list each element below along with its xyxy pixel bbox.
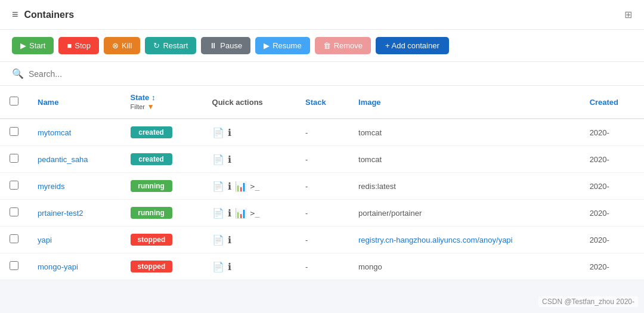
logs-icon-pedantic_saha[interactable]: 📄	[212, 154, 224, 165]
stack-pedantic_saha: -	[296, 146, 349, 173]
stop-label: Stop	[75, 41, 91, 50]
created-myreids: 2020-	[580, 173, 644, 200]
filter-icon[interactable]: ▼	[147, 103, 154, 111]
containers-table: Name State ↕ Filter ▼ Quick actions Stac…	[0, 86, 644, 280]
image-pedantic_saha: tomcat	[349, 146, 580, 173]
created-prtainer-test2: 2020-	[580, 200, 644, 227]
add-container-button[interactable]: + Add container	[376, 37, 449, 54]
state-badge-myreids: running	[131, 180, 172, 192]
stack-col-header[interactable]: Stack	[296, 86, 349, 119]
row-checkbox-prtainer-test2[interactable]	[10, 207, 18, 216]
row-checkbox-pedantic_saha[interactable]	[10, 154, 18, 163]
pause-button[interactable]: ⏸ Pause	[201, 37, 250, 54]
container-name-myreids[interactable]: myreids	[38, 182, 65, 191]
restart-icon: ↻	[153, 41, 160, 50]
row-checkbox-mongo-yapi[interactable]	[10, 261, 18, 270]
created-mongo-yapi: 2020-	[580, 253, 644, 280]
table-row: mongo-yapistopped📄ℹ-mongo2020-	[0, 253, 644, 280]
page-title: Containers	[24, 10, 75, 20]
logs-icon-yapi[interactable]: 📄	[212, 234, 224, 246]
name-col-header[interactable]: Name	[28, 86, 121, 119]
quick-actions-pedantic_saha: 📄ℹ	[212, 154, 286, 165]
container-name-yapi[interactable]: yapi	[38, 235, 52, 244]
created-col-header[interactable]: Created	[580, 86, 644, 119]
container-name-prtainer-test2[interactable]: prtainer-test2	[38, 209, 83, 218]
row-checkbox-mytomcat[interactable]	[10, 127, 18, 136]
created-mytomcat: 2020-	[580, 119, 644, 146]
logs-icon-mytomcat[interactable]: 📄	[212, 127, 224, 138]
action-toolbar: ▶ Start ■ Stop ⊗ Kill ↻ Restart ⏸ Pause …	[0, 30, 644, 62]
state-col-header[interactable]: State ↕ Filter ▼	[121, 86, 203, 119]
state-badge-yapi: stopped	[131, 234, 173, 246]
image-yapi[interactable]: registry.cn-hangzhou.aliyuncs.com/anoy/y…	[349, 227, 580, 253]
info-icon-yapi[interactable]: ℹ	[228, 234, 231, 246]
start-icon: ▶	[20, 41, 26, 50]
stats-icon-myreids[interactable]: 📊	[235, 181, 247, 192]
containers-icon: ≡	[12, 8, 18, 21]
image-prtainer-test2: portainer/portainer	[349, 200, 580, 227]
info-icon-myreids[interactable]: ℹ	[228, 181, 231, 192]
table-row: myreidsrunning📄ℹ📊>_-redis:latest2020-	[0, 173, 644, 200]
logs-icon-myreids[interactable]: 📄	[212, 181, 224, 192]
table-row: prtainer-test2running📄ℹ📊>_-portainer/por…	[0, 200, 644, 227]
stop-button[interactable]: ■ Stop	[58, 37, 99, 54]
quick-actions-prtainer-test2: 📄ℹ📊>_	[212, 207, 286, 219]
pause-icon: ⏸	[209, 41, 217, 50]
kill-label: Kill	[122, 41, 132, 50]
remove-label: Remove	[334, 41, 363, 50]
resume-icon: ▶	[264, 41, 270, 50]
table-row: yapistopped📄ℹ-registry.cn-hangzhou.aliyu…	[0, 227, 644, 253]
image-myreids: redis:latest	[349, 173, 580, 200]
stack-mongo-yapi: -	[296, 253, 349, 280]
remove-button[interactable]: 🗑 Remove	[315, 37, 371, 54]
info-icon-pedantic_saha[interactable]: ℹ	[228, 154, 231, 165]
table-header-row: Name State ↕ Filter ▼ Quick actions Stac…	[0, 86, 644, 119]
exec-icon-myreids[interactable]: >_	[250, 182, 260, 191]
kill-icon: ⊗	[112, 41, 119, 50]
search-input[interactable]	[29, 69, 632, 79]
image-mytomcat: tomcat	[349, 119, 580, 146]
logs-icon-prtainer-test2[interactable]: 📄	[212, 207, 224, 219]
quick-actions-mongo-yapi: 📄ℹ	[212, 261, 286, 272]
restart-button[interactable]: ↻ Restart	[145, 37, 196, 54]
search-bar: 🔍	[0, 62, 644, 86]
created-yapi: 2020-	[580, 227, 644, 253]
container-name-pedantic_saha[interactable]: pedantic_saha	[38, 155, 88, 164]
stack-prtainer-test2: -	[296, 200, 349, 227]
layout-toggle-icon[interactable]: ⊞	[624, 9, 632, 20]
state-badge-mytomcat: created	[131, 126, 172, 138]
image-col-header[interactable]: Image	[349, 86, 580, 119]
restart-label: Restart	[163, 41, 188, 50]
resume-button[interactable]: ▶ Resume	[255, 37, 309, 54]
pause-label: Pause	[220, 41, 242, 50]
page-header: ≡ Containers ⊞	[0, 0, 644, 30]
sort-icon: ↕	[151, 93, 156, 102]
info-icon-mongo-yapi[interactable]: ℹ	[228, 261, 231, 272]
state-badge-pedantic_saha: created	[131, 153, 172, 165]
resume-label: Resume	[273, 41, 301, 50]
remove-icon: 🗑	[323, 41, 331, 50]
exec-icon-prtainer-test2[interactable]: >_	[250, 209, 260, 218]
containers-table-container: Name State ↕ Filter ▼ Quick actions Stac…	[0, 86, 644, 280]
info-icon-mytomcat[interactable]: ℹ	[228, 127, 231, 138]
search-icon: 🔍	[12, 68, 24, 79]
kill-button[interactable]: ⊗ Kill	[104, 37, 140, 54]
quick-actions-yapi: 📄ℹ	[212, 234, 286, 246]
start-button[interactable]: ▶ Start	[12, 37, 54, 54]
container-name-mytomcat[interactable]: mytomcat	[38, 128, 71, 137]
logs-icon-mongo-yapi[interactable]: 📄	[212, 261, 224, 272]
stats-icon-prtainer-test2[interactable]: 📊	[235, 207, 247, 219]
container-name-mongo-yapi[interactable]: mongo-yapi	[38, 262, 78, 271]
select-all-col	[0, 86, 28, 119]
image-mongo-yapi: mongo	[349, 253, 580, 280]
row-checkbox-yapi[interactable]	[10, 234, 18, 243]
stack-yapi: -	[296, 227, 349, 253]
quick-actions-myreids: 📄ℹ📊>_	[212, 181, 286, 192]
select-all-checkbox[interactable]	[10, 97, 18, 106]
quick-actions-col-header: Quick actions	[203, 86, 296, 119]
row-checkbox-myreids[interactable]	[10, 181, 18, 190]
stack-myreids: -	[296, 173, 349, 200]
stop-icon: ■	[67, 41, 72, 50]
start-label: Start	[29, 41, 45, 50]
info-icon-prtainer-test2[interactable]: ℹ	[228, 207, 231, 219]
